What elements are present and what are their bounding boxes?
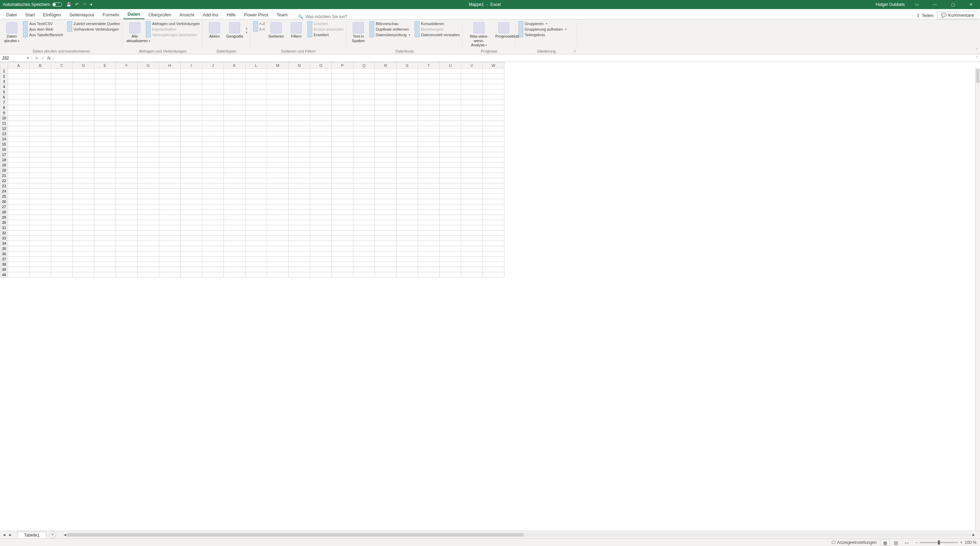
cell[interactable]: [375, 189, 396, 194]
row-header[interactable]: 7: [0, 100, 8, 105]
fx-icon[interactable]: fx: [47, 56, 51, 60]
cell[interactable]: [310, 236, 332, 241]
cell[interactable]: [396, 225, 418, 231]
cell[interactable]: [353, 142, 375, 147]
cell[interactable]: [116, 231, 137, 236]
cell[interactable]: [116, 267, 137, 272]
cell[interactable]: [30, 68, 51, 74]
cell[interactable]: [440, 131, 461, 137]
display-settings-button[interactable]: 🖵 Anzeigeeinstellungen: [831, 540, 877, 545]
cell[interactable]: [289, 194, 310, 199]
cell[interactable]: [73, 210, 94, 215]
cell[interactable]: [137, 272, 159, 277]
cell[interactable]: [116, 162, 137, 168]
cell[interactable]: [159, 183, 181, 189]
cell[interactable]: [483, 199, 504, 204]
cell[interactable]: [137, 137, 159, 142]
cell[interactable]: [202, 100, 224, 105]
cell[interactable]: [181, 95, 202, 100]
cell[interactable]: [440, 252, 461, 256]
cell[interactable]: [224, 110, 245, 116]
cell[interactable]: [310, 152, 332, 158]
cell[interactable]: [202, 178, 224, 183]
cell[interactable]: [181, 158, 202, 162]
cell[interactable]: [267, 121, 289, 126]
cell[interactable]: [51, 131, 73, 137]
cell[interactable]: [461, 95, 483, 100]
sheet-nav-last-icon[interactable]: ►: [8, 532, 13, 537]
cell[interactable]: [159, 74, 181, 79]
cell[interactable]: [8, 131, 30, 137]
cell[interactable]: [245, 194, 267, 199]
cell[interactable]: [181, 252, 202, 256]
column-header[interactable]: J: [202, 62, 224, 68]
cell[interactable]: [310, 173, 332, 178]
cell[interactable]: [51, 246, 73, 252]
cell[interactable]: [353, 110, 375, 116]
cell[interactable]: [202, 152, 224, 158]
cell[interactable]: [73, 189, 94, 194]
cell[interactable]: [418, 204, 440, 210]
cell[interactable]: [51, 267, 73, 272]
worksheet-grid[interactable]: ABCDEFGHIJKLMNOPQRSTUVW12345678910111213…: [0, 62, 980, 531]
cell[interactable]: [116, 272, 137, 277]
cell[interactable]: [137, 210, 159, 215]
cell[interactable]: [8, 100, 30, 105]
cell[interactable]: [159, 210, 181, 215]
cell[interactable]: [159, 252, 181, 256]
row-header[interactable]: 40: [0, 272, 8, 277]
cell[interactable]: [116, 241, 137, 246]
cell[interactable]: [375, 84, 396, 89]
cell[interactable]: [310, 272, 332, 277]
cell[interactable]: [440, 178, 461, 183]
cell[interactable]: [245, 183, 267, 189]
cell[interactable]: [202, 204, 224, 210]
cell[interactable]: [440, 262, 461, 267]
cell[interactable]: [418, 131, 440, 137]
vertical-scrollbar[interactable]: [975, 68, 980, 531]
cell[interactable]: [159, 152, 181, 158]
cell[interactable]: [245, 68, 267, 74]
cell[interactable]: [418, 121, 440, 126]
cell[interactable]: [332, 68, 353, 74]
cell[interactable]: [116, 252, 137, 256]
cell[interactable]: [116, 121, 137, 126]
cell[interactable]: [440, 210, 461, 215]
cell[interactable]: [289, 95, 310, 100]
cell[interactable]: [353, 100, 375, 105]
cell[interactable]: [440, 95, 461, 100]
cell[interactable]: [30, 74, 51, 79]
cell[interactable]: [353, 131, 375, 137]
cell[interactable]: [289, 110, 310, 116]
cell[interactable]: [51, 84, 73, 89]
cell[interactable]: [30, 105, 51, 110]
cell[interactable]: [73, 142, 94, 147]
cell[interactable]: [8, 142, 30, 147]
cell[interactable]: [94, 68, 116, 74]
cell[interactable]: [310, 199, 332, 204]
cell[interactable]: [267, 178, 289, 183]
cell[interactable]: [30, 194, 51, 199]
cell[interactable]: [440, 241, 461, 246]
cell[interactable]: [396, 100, 418, 105]
cell[interactable]: [353, 267, 375, 272]
row-header[interactable]: 28: [0, 210, 8, 215]
row-header[interactable]: 20: [0, 168, 8, 173]
cell[interactable]: [137, 162, 159, 168]
cell[interactable]: [267, 152, 289, 158]
cell[interactable]: [73, 199, 94, 204]
tell-me-search[interactable]: 🔍: [298, 14, 368, 19]
column-header[interactable]: L: [245, 62, 267, 68]
cell[interactable]: [461, 173, 483, 178]
cell[interactable]: [116, 204, 137, 210]
cell[interactable]: [181, 267, 202, 272]
cell[interactable]: [396, 204, 418, 210]
cell[interactable]: [137, 246, 159, 252]
cell[interactable]: [289, 252, 310, 256]
column-header[interactable]: R: [375, 62, 396, 68]
cell[interactable]: [440, 173, 461, 178]
cell[interactable]: [181, 173, 202, 178]
cell[interactable]: [396, 168, 418, 173]
cell[interactable]: [375, 152, 396, 158]
cell[interactable]: [440, 84, 461, 89]
